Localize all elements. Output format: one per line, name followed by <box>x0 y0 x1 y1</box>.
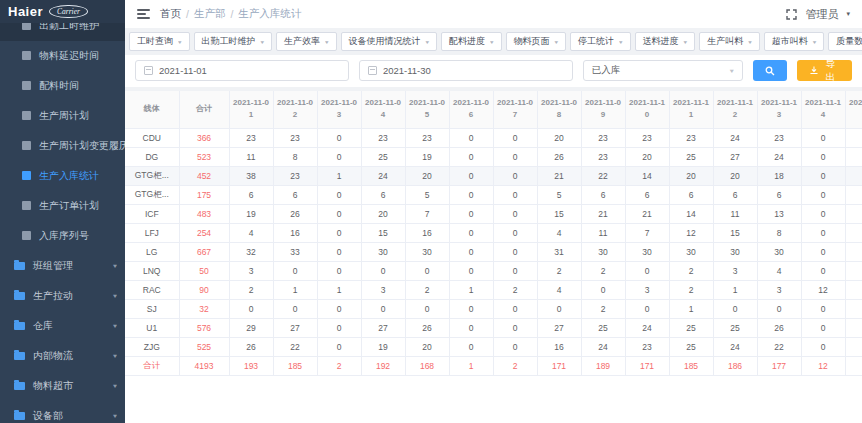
value-cell: 0 <box>317 261 361 280</box>
status-select[interactable]: 已入库 ▾ <box>583 60 743 81</box>
line-name-cell: ICF <box>125 204 179 223</box>
sidebar-section-label: 物料超市 <box>33 379 73 393</box>
start-date-field[interactable] <box>135 60 349 81</box>
value-cell: 19 <box>229 204 273 223</box>
fullscreen-icon[interactable] <box>786 9 797 20</box>
start-date-input[interactable] <box>159 65 340 76</box>
tab-label: 工时查询 <box>137 35 173 48</box>
value-cell: 12 <box>669 223 713 242</box>
value-cell: 0 <box>449 223 493 242</box>
value-cell: 0 <box>493 128 537 147</box>
col-header-date: 2021-11-10 <box>625 91 669 128</box>
tab[interactable]: 生产叫料▾ <box>699 32 760 51</box>
sidebar-item-link[interactable]: 生产订单计划 <box>0 191 125 221</box>
tab[interactable]: 工时查询▾ <box>129 32 190 51</box>
tab[interactable]: 质量数据统计▾ <box>828 32 862 51</box>
value-cell: 0 <box>449 318 493 337</box>
end-date-input[interactable] <box>383 65 564 76</box>
total-cell: 254 <box>179 223 229 242</box>
table-scroll-area[interactable]: 线体合计2021-11-012021-11-022021-11-032021-1… <box>125 91 862 423</box>
chevron-down-icon: ▾ <box>261 39 265 45</box>
sidebar-section[interactable]: 班组管理▾ <box>0 251 125 281</box>
value-cell: 185 <box>273 356 317 375</box>
value-cell: 0 <box>801 147 845 166</box>
user-menu[interactable]: 管理员 <box>805 7 838 22</box>
tab[interactable]: 出勤工时维护▾ <box>194 32 273 51</box>
breadcrumb-separator: / <box>186 8 189 20</box>
value-cell: 22 <box>273 337 317 356</box>
value-cell: 20 <box>405 337 449 356</box>
status-select-value: 已入库 <box>592 64 724 77</box>
value-cell: 0 <box>493 337 537 356</box>
tab-label: 停工统计 <box>578 35 614 48</box>
tab[interactable]: 生产效率▾ <box>276 32 337 51</box>
value-cell: 0 <box>493 147 537 166</box>
sidebar-item-link[interactable]: 生产周计划变更履历 <box>0 131 125 161</box>
value-cell: 16 <box>537 337 581 356</box>
value-cell: 4 <box>537 280 581 299</box>
sidebar-section[interactable]: 内部物流▾ <box>0 341 125 371</box>
value-cell: 3 <box>625 280 669 299</box>
sidebar-item-label: 生产周计划 <box>39 109 89 123</box>
chevron-down-icon: ▾ <box>113 382 117 389</box>
tab[interactable]: 送料进度▾ <box>635 32 696 51</box>
tab[interactable]: 停工统计▾ <box>570 32 631 51</box>
tab[interactable]: 配料进度▾ <box>441 32 502 51</box>
sidebar-item-link[interactable]: 物料延迟时间 <box>0 41 125 71</box>
value-cell: 6 <box>713 185 757 204</box>
sidebar-section[interactable]: 仓库▾ <box>0 311 125 341</box>
value-cell <box>845 204 862 223</box>
value-cell: 0 <box>801 318 845 337</box>
sidebar-section[interactable]: 设备部▾ <box>0 401 125 423</box>
total-cell: 525 <box>179 337 229 356</box>
sidebar-collapse-icon[interactable] <box>137 9 150 19</box>
sidebar-item-label: 生产订单计划 <box>39 199 99 213</box>
value-cell: 0 <box>449 337 493 356</box>
tab[interactable]: 设备使用情况统计▾ <box>341 32 438 51</box>
value-cell: 193 <box>229 356 273 375</box>
value-cell: 26 <box>273 204 317 223</box>
line-name-cell: GTG柜... <box>125 166 179 185</box>
value-cell: 25 <box>669 318 713 337</box>
tab[interactable]: 超市叫料▾ <box>764 32 825 51</box>
sidebar-section[interactable]: 生产拉动▾ <box>0 281 125 311</box>
value-cell: 0 <box>625 261 669 280</box>
sidebar-item-label: 物料延迟时间 <box>39 49 99 63</box>
value-cell: 0 <box>317 204 361 223</box>
sidebar-item-link[interactable]: 生产周计划 <box>0 101 125 131</box>
value-cell: 0 <box>317 337 361 356</box>
value-cell: 24 <box>713 337 757 356</box>
value-cell: 3 <box>229 261 273 280</box>
user-caret-icon[interactable]: ▾ <box>846 10 850 18</box>
sidebar-section[interactable]: 物料超市▾ <box>0 371 125 401</box>
value-cell: 30 <box>581 242 625 261</box>
export-button[interactable]: 导出 <box>797 60 852 81</box>
value-cell: 4 <box>537 223 581 242</box>
value-cell <box>845 337 862 356</box>
value-cell: 1 <box>317 166 361 185</box>
value-cell: 0 <box>449 242 493 261</box>
sidebar-item-label: 生产周计划变更履历 <box>39 139 125 153</box>
sidebar-item-link[interactable]: 入库序列号 <box>0 221 125 251</box>
value-cell: 0 <box>273 299 317 318</box>
tab[interactable]: 物料页面▾ <box>506 32 567 51</box>
breadcrumb-dept[interactable]: 生产部 <box>194 7 226 21</box>
value-cell: 31 <box>537 242 581 261</box>
value-cell <box>845 166 862 185</box>
sidebar-item-link[interactable]: 配料时间 <box>0 71 125 101</box>
value-cell: 21 <box>625 204 669 223</box>
value-cell: 16 <box>273 223 317 242</box>
end-date-field[interactable] <box>359 60 573 81</box>
value-cell: 0 <box>493 318 537 337</box>
line-name-cell: CDU <box>125 128 179 147</box>
value-cell <box>845 261 862 280</box>
breadcrumb-home[interactable]: 首页 <box>160 7 181 21</box>
search-button[interactable] <box>753 60 787 81</box>
value-cell: 23 <box>625 337 669 356</box>
sidebar-item-active[interactable]: 生产入库统计 <box>0 161 125 191</box>
value-cell: 23 <box>405 128 449 147</box>
table-row: U1576292702726002725242525260 <box>125 318 862 337</box>
value-cell: 23 <box>581 147 625 166</box>
tab-label: 超市叫料 <box>772 35 808 48</box>
sidebar-section-label: 内部物流 <box>33 349 73 363</box>
